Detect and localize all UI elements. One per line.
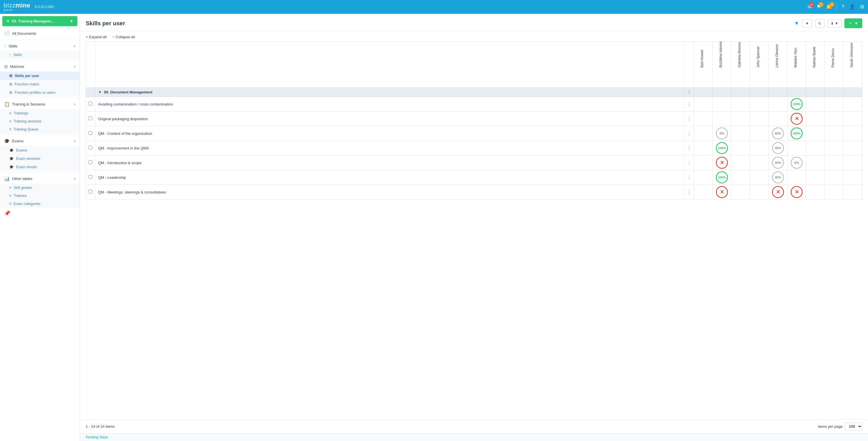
add-button[interactable]: ＋ ▼ — [844, 19, 862, 28]
row-checkbox[interactable] — [89, 190, 92, 193]
row-2-cell-1: 0% — [713, 126, 732, 141]
skills-icon: ↑ — [4, 43, 6, 49]
pin-icon[interactable]: 📌 — [0, 208, 80, 219]
sidebar-item-other-tables[interactable]: 📊 Other tables ∧ — [0, 174, 80, 184]
sidebar-item-skills-sub[interactable]: ↑ Skills — [0, 51, 80, 59]
skill-grades-icon: ≡ — [9, 186, 11, 190]
module-button[interactable]: ✦ 03. Training Managem... ▼ — [2, 16, 78, 26]
row-checkbox[interactable] — [89, 160, 92, 164]
section-actions-cell: ⋮ — [684, 88, 694, 97]
expand-all-button[interactable]: + Expand all — [86, 35, 106, 39]
section-menu-icon[interactable]: ⋮ — [684, 89, 694, 96]
row-menu-icon[interactable]: ⋮ — [684, 145, 694, 152]
header-right: ✉ 57 ⚑ 1 🔔 1 ? 👤 ⚙ — [808, 3, 865, 11]
mail-icon[interactable]: ✉ 57 — [808, 4, 812, 10]
exam-categories-label: Exam categories — [13, 202, 40, 206]
row-checkbox[interactable] — [89, 175, 92, 179]
matrices-icon: ⊞ — [4, 64, 8, 69]
sidebar-item-training-queue[interactable]: ≡ Training Queue — [0, 125, 80, 133]
sidebar-item-matrices[interactable]: ⊞ Matrices ∧ — [0, 62, 80, 71]
sidebar-item-exams-sub[interactable]: 🎓 Exams — [0, 146, 80, 154]
table-row: Avoiding contamination / cross contamina… — [86, 97, 862, 112]
row-checkbox[interactable] — [89, 117, 92, 120]
exam-results-icon: 🎓 — [9, 165, 14, 169]
table-row: QM - Improvement in the QMS⋮100%40% — [86, 141, 862, 156]
filter-icon[interactable]: ▼ — [794, 21, 799, 27]
row-checkbox-cell — [86, 126, 95, 141]
sidebar-item-training[interactable]: 📋 Training & Sessions ∧ — [0, 99, 80, 109]
other-tables-subitems: ≡ Skill grades ≡ Trainers ≡ Exam categor… — [0, 184, 80, 208]
col-header-nathan-baele: Nathan Baele — [806, 42, 825, 88]
function-matrix-label: Function matrix — [15, 82, 39, 86]
row-skill-name: QM - Leadership — [95, 170, 684, 185]
module-label: 03. Training Managem... — [12, 19, 54, 23]
pagination-text: 1 - 24 of 24 items — [86, 424, 115, 429]
training-sessions-label: Training sessions — [13, 119, 41, 123]
settings-icon[interactable]: ⚙ — [860, 4, 865, 10]
row-3-cell-4: 40% — [769, 141, 787, 156]
sidebar-item-training-sessions[interactable]: ≡ Training sessions — [0, 117, 80, 125]
row-4-cell-6 — [806, 156, 825, 170]
row-2-cell-3 — [750, 126, 769, 141]
exam-categories-icon: ≡ — [9, 202, 11, 206]
exams-subitems: 🎓 Exams 🎓 Exam sessions 🎓 Exam results — [0, 146, 80, 171]
sidebar-item-all-documents[interactable]: 📄 All Documents — [0, 28, 80, 38]
sidebar-item-exam-sessions[interactable]: 🎓 Exam sessions — [0, 154, 80, 163]
sidebar-item-exam-categories[interactable]: ≡ Exam categories — [0, 200, 80, 208]
exam-sessions-label: Exam sessions — [16, 157, 40, 161]
exams-chevron-icon: ∧ — [73, 139, 75, 143]
sidebar-item-function-profiles[interactable]: ⊞ Function profiles vs users — [0, 88, 80, 97]
row-menu-icon[interactable]: ⋮ — [684, 101, 694, 108]
row-checkbox[interactable] — [89, 131, 92, 135]
sidebar-item-skills-per-user[interactable]: ⊞ Skills per user — [0, 71, 80, 80]
row-2-cell-7 — [825, 126, 843, 141]
matrix-container: + Expand all − Collapse all — [80, 31, 868, 419]
collapse-all-button[interactable]: − Collapse all — [112, 35, 135, 39]
sidebar-item-exams[interactable]: 🎓 Exams ∧ — [0, 136, 80, 146]
row-1-cell-1 — [713, 112, 732, 126]
filter-dropdown-button[interactable]: ▼ — [802, 19, 812, 28]
row-3-cell-7 — [825, 141, 843, 156]
sidebar-item-skill-grades[interactable]: ≡ Skill grades — [0, 184, 80, 192]
sidebar-item-function-matrix[interactable]: ⊞ Function matrix — [0, 80, 80, 88]
per-page-select[interactable]: 100 50 25 — [845, 422, 862, 430]
bell-icon[interactable]: 🔔 1 — [826, 4, 832, 10]
row-5-cell-6 — [806, 170, 825, 185]
sidebar-item-exam-results[interactable]: 🎓 Exam results — [0, 163, 80, 171]
col-header-gabriela-moreno: Gabriela Moreno — [732, 42, 750, 88]
sidebar-item-trainings[interactable]: ≡ Trainings — [0, 109, 80, 117]
flag-badge: 1 — [818, 2, 824, 7]
row-menu-icon[interactable]: ⋮ — [684, 115, 694, 123]
row-actions-cell: ⋮ — [684, 97, 694, 112]
row-menu-icon[interactable]: ⋮ — [684, 159, 694, 166]
section-toggle[interactable]: ▼ — [98, 90, 102, 94]
row-checkbox[interactable] — [89, 146, 92, 150]
section-cell-8 — [843, 88, 862, 97]
flag-icon[interactable]: ⚑ 1 — [816, 4, 821, 10]
row-5-cell-7 — [825, 170, 843, 185]
function-profiles-icon: ⊞ — [9, 90, 12, 95]
refresh-button[interactable]: ↻ — [815, 19, 825, 28]
expand-plus-icon: + — [86, 35, 88, 39]
skills-per-user-icon: ⊞ — [9, 73, 12, 78]
skills-sub-label: Skills — [13, 53, 22, 57]
row-6-cell-5: ✕ — [787, 185, 806, 199]
training-icon: 📋 — [4, 101, 10, 107]
col-header-malaika-yaro: Malaika Yaro — [787, 42, 806, 88]
download-button[interactable]: ⬇ ▼ — [828, 19, 841, 28]
row-checkbox-cell — [86, 97, 95, 112]
help-icon[interactable]: ? — [841, 4, 844, 10]
row-menu-icon[interactable]: ⋮ — [684, 189, 694, 196]
row-menu-icon[interactable]: ⋮ — [684, 174, 694, 181]
function-matrix-icon: ⊞ — [9, 82, 12, 86]
skill-grades-label: Skill grades — [13, 186, 32, 190]
row-checkbox[interactable] — [89, 102, 92, 105]
row-menu-icon[interactable]: ⋮ — [684, 130, 694, 137]
user-icon[interactable]: 👤 — [849, 4, 855, 10]
sidebar-item-skills[interactable]: ↑ Skills ∧ — [0, 41, 80, 51]
other-tables-chevron-icon: ∧ — [73, 177, 75, 181]
pending-strip: Pending Steps — [80, 433, 868, 441]
row-3-cell-3 — [750, 141, 769, 156]
row-0-cell-6 — [806, 97, 825, 112]
sidebar-item-trainers[interactable]: ≡ Trainers — [0, 192, 80, 200]
